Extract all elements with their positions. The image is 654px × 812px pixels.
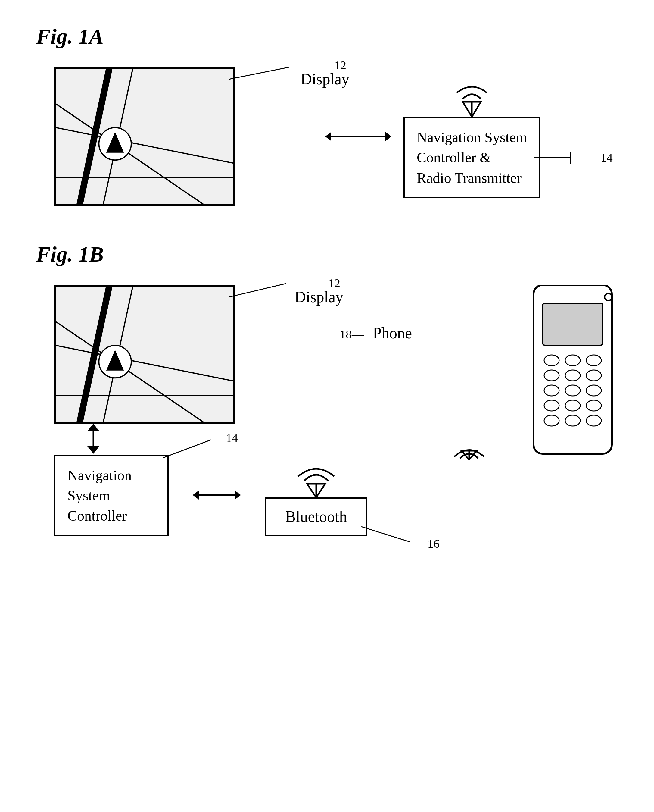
svg-line-52	[361, 527, 410, 542]
fig1a-right-side: Navigation System Controller & Radio Tra…	[403, 75, 541, 198]
fig1a-nav-box: Navigation System Controller & Radio Tra…	[403, 117, 541, 198]
fig1b-phone-ref-number: 18—	[340, 327, 364, 342]
fig1b-top-row: 12 Display 18— Phone	[54, 285, 618, 424]
svg-line-17	[56, 346, 233, 381]
fig1b-bluetooth-antenna-icon	[292, 455, 340, 498]
fig1b-nav-box-wrapper: Navigation System Controller 14	[54, 455, 169, 536]
svg-marker-10	[385, 132, 391, 141]
fig1b-display-wrapper: 12 Display	[54, 285, 235, 424]
svg-point-30	[586, 355, 601, 366]
svg-point-28	[544, 355, 559, 366]
svg-marker-47	[193, 490, 199, 499]
svg-point-37	[544, 400, 559, 411]
svg-marker-43	[87, 424, 99, 431]
svg-point-34	[544, 385, 559, 396]
fig1b-phone-area: 18— Phone	[400, 285, 618, 461]
fig1b-map-display	[54, 285, 235, 424]
fig1a-nav-label-line3: Radio Transmitter	[417, 170, 521, 186]
fig1a-label: Fig. 1A	[36, 24, 618, 49]
fig1a-section: Fig. 1A	[36, 24, 618, 206]
fig1b-nav-ref-number: 14	[226, 431, 238, 445]
fig1b-phone-label: Phone	[373, 324, 412, 342]
svg-point-33	[586, 370, 601, 381]
page: Fig. 1A	[0, 0, 654, 812]
fig1a-nav-ref-line	[535, 149, 595, 167]
fig1b-section: Fig. 1B	[36, 242, 618, 536]
fig1b-bluetooth-box: Bluetooth	[265, 498, 367, 536]
fig1b-layout: 12 Display 18— Phone	[54, 285, 618, 536]
fig1b-bottom-row: Navigation System Controller 14	[54, 455, 618, 536]
svg-marker-49	[235, 490, 241, 499]
fig1a-nav-label-line2: Controller &	[417, 149, 491, 165]
fig1a-display-wrapper: 12 Display	[54, 67, 235, 206]
svg-point-40	[544, 415, 559, 426]
fig1b-nav-label-line3: Controller	[67, 508, 127, 524]
svg-line-3	[56, 104, 203, 204]
svg-point-31	[544, 370, 559, 381]
svg-marker-45	[87, 446, 99, 454]
svg-point-42	[586, 415, 601, 426]
fig1a-nav-ref-number: 14	[601, 151, 613, 165]
fig1b-bluetooth-ref-number: 16	[428, 536, 440, 551]
fig1b-phone-antenna-icon	[436, 436, 526, 460]
svg-line-2	[56, 128, 233, 163]
svg-point-32	[565, 370, 580, 381]
fig1b-bluetooth-ref-line	[361, 524, 428, 545]
svg-line-7	[229, 67, 289, 79]
fig1a-nav-box-wrapper: Navigation System Controller & Radio Tra…	[403, 117, 541, 198]
svg-point-36	[586, 385, 601, 396]
fig1a-antenna-icon	[448, 75, 496, 117]
svg-point-41	[565, 415, 580, 426]
svg-line-18	[56, 322, 203, 422]
fig1b-horiz-arrow	[193, 489, 241, 502]
fig1a-map-display	[54, 67, 235, 206]
fig1b-nav-label-line2: System	[67, 487, 110, 504]
fig1b-display-label: Display	[295, 288, 343, 306]
fig1b-phone-drawing	[527, 285, 618, 460]
fig1a-arrow	[325, 130, 391, 142]
fig1b-nav-box: Navigation System Controller	[54, 455, 169, 536]
svg-point-35	[565, 385, 580, 396]
svg-point-29	[565, 355, 580, 366]
fig1a-display-label: Display	[301, 70, 349, 88]
fig1b-bluetooth-area: Bluetooth 16	[265, 455, 367, 536]
fig1b-nav-label-line1: Navigation	[67, 467, 131, 483]
fig1b-bluetooth-box-wrapper: Bluetooth 16	[265, 498, 367, 536]
fig1a-nav-label-line1: Navigation System	[417, 129, 527, 145]
svg-line-22	[229, 283, 286, 297]
svg-point-39	[586, 400, 601, 411]
svg-rect-26	[542, 303, 603, 345]
fig1b-bluetooth-label: Bluetooth	[285, 508, 347, 525]
svg-point-38	[565, 400, 580, 411]
svg-marker-8	[325, 132, 331, 141]
fig1b-label: Fig. 1B	[36, 242, 618, 267]
